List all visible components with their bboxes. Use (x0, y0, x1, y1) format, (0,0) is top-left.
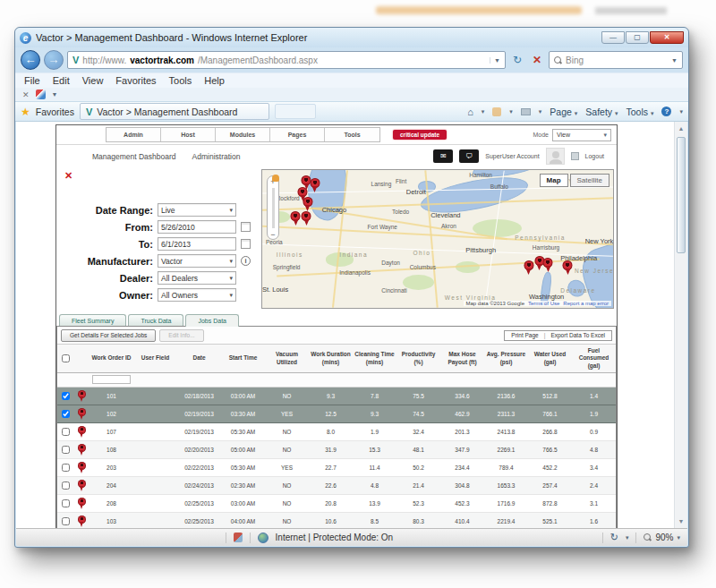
nav-tab-pages[interactable]: Pages (270, 128, 325, 141)
menu-view[interactable]: View (82, 75, 104, 86)
work-order-filter-input[interactable] (92, 375, 130, 384)
addon-toolbar-icon[interactable] (36, 89, 46, 99)
table-row[interactable]: 10302/25/201304:00 AMNO10.68.580.3410.42… (57, 512, 616, 528)
address-field[interactable]: V http://www.vactortrak.com/ManagementDa… (67, 51, 506, 69)
command-safety[interactable]: Safety ▾ (585, 107, 618, 117)
vertical-scrollbar[interactable]: ▲ ▼ (674, 122, 687, 528)
export-excel-link[interactable]: Export Data To Excel (550, 332, 605, 338)
maximize-button[interactable]: ▢ (626, 31, 649, 44)
menu-file[interactable]: File (24, 75, 40, 86)
to-date-input[interactable] (161, 240, 233, 249)
column-header[interactable]: Productivity (%) (396, 345, 440, 373)
table-row[interactable]: 10802/20/201305:00 AMNO31.915.348.1347.9… (57, 440, 616, 458)
close-filter-icon[interactable]: ✕ (64, 170, 72, 182)
nav-tab-admin[interactable]: Admin (107, 128, 161, 141)
row-checkbox[interactable] (62, 517, 70, 525)
menu-edit[interactable]: Edit (53, 75, 70, 86)
column-header[interactable]: Start Time (221, 345, 265, 373)
column-header[interactable]: Cleaning Time(mins) (353, 345, 396, 373)
row-checkbox[interactable] (62, 481, 70, 490)
map-pin[interactable] (291, 211, 301, 226)
scroll-down-icon[interactable]: ▼ (675, 515, 687, 528)
menu-help[interactable]: Help (204, 75, 225, 86)
menu-favorites[interactable]: Favorites (115, 75, 156, 86)
print-page-link[interactable]: Print Page (511, 332, 538, 338)
map-type-satellite-button[interactable]: Satellite (570, 174, 609, 187)
row-checkbox[interactable] (62, 446, 70, 454)
row-checkbox[interactable] (62, 499, 70, 507)
calendar-icon[interactable] (241, 239, 251, 249)
table-row[interactable]: 10702/19/201305:30 AMNO8.01.932.4201.324… (57, 422, 616, 440)
zoom-control[interactable]: 90% ▾ (644, 533, 680, 542)
inprivate-icon[interactable]: ↻ (610, 532, 618, 543)
nav-tab-modules[interactable]: Modules (216, 128, 270, 141)
map-pin[interactable] (302, 211, 311, 226)
scrollbar-thumb[interactable] (677, 137, 686, 253)
map-pin[interactable] (303, 197, 312, 211)
column-header[interactable]: Fuel Consumed(gal) (572, 345, 616, 373)
tab-truck-data[interactable]: Truck Data (128, 314, 183, 326)
app-link-administration[interactable]: Administration (192, 152, 241, 161)
back-button[interactable]: ← (21, 50, 40, 70)
stop-icon[interactable]: ✕ (529, 51, 545, 69)
report-error-link[interactable]: Report a map error (563, 301, 609, 306)
new-tab-button[interactable] (275, 104, 316, 119)
nav-tab-host[interactable]: Host (161, 128, 216, 141)
scroll-up-icon[interactable]: ▲ (675, 122, 687, 135)
refresh-icon[interactable]: ↻ (509, 51, 525, 69)
minimize-button[interactable]: — (601, 31, 625, 44)
mode-select[interactable]: View▾ (552, 129, 611, 141)
row-checkbox[interactable] (62, 392, 70, 400)
address-dropdown-icon[interactable]: ▼ (490, 57, 500, 64)
critical-update-badge[interactable]: critical update (393, 130, 447, 140)
map-type-map-button[interactable]: Map (540, 174, 568, 187)
map-zoom-control[interactable]: + − (267, 175, 279, 240)
account-name[interactable]: SuperUser Account (485, 153, 539, 159)
map-pin[interactable] (543, 258, 553, 272)
get-details-button[interactable]: Get Details For Selected Jobs (61, 329, 156, 342)
table-row[interactable]: 20302/22/201305:30 AMYES22.711.450.2234.… (57, 458, 616, 476)
tab-jobs-data[interactable]: Jobs Data (185, 314, 239, 327)
terms-link[interactable]: Terms of Use (528, 301, 559, 306)
column-header[interactable]: User Field (133, 345, 177, 373)
forward-button[interactable]: → (44, 50, 64, 70)
manufacturer-select[interactable]: Vactor▾ (158, 254, 236, 268)
owner-select[interactable]: All Owners▾ (158, 288, 236, 302)
map-canvas[interactable]: + − Map Satellite Map data ©2013 Google … (261, 169, 614, 309)
favorites-label[interactable]: Favorites (36, 107, 74, 117)
column-header[interactable]: Vacuum Utilized (265, 345, 309, 373)
table-row[interactable]: 20402/24/201302:30 AMNO22.64.821.4304.81… (57, 476, 616, 494)
email-icon[interactable]: ✉ (433, 149, 453, 163)
column-header[interactable]: Water Used(gal) (528, 345, 572, 373)
search-box[interactable]: Bing ▼ (549, 51, 683, 69)
title-bar[interactable]: e Vactor > Management Dashboard - Window… (15, 28, 688, 47)
app-link-management-dashboard[interactable]: Management Dashboard (92, 152, 176, 161)
help-icon[interactable]: ? (661, 107, 671, 116)
column-header[interactable]: Work Order ID (90, 345, 133, 373)
info-icon[interactable]: i (241, 256, 251, 266)
map-pin[interactable] (310, 178, 320, 192)
table-row[interactable]: 10202/19/201303:30 AMYES12.59.374.5462.9… (57, 405, 616, 422)
column-header[interactable]: Date (177, 345, 221, 373)
feeds-icon[interactable] (492, 107, 501, 116)
menu-tools[interactable]: Tools (169, 75, 192, 86)
table-row[interactable]: 20802/25/201303:00 AMNO20.813.952.3452.3… (57, 494, 616, 512)
from-date-input[interactable] (161, 223, 233, 232)
toolbar-close-icon[interactable]: ✕ (22, 90, 30, 99)
row-checkbox[interactable] (62, 428, 70, 436)
column-header[interactable]: Avg. Pressure(psi) (484, 345, 528, 373)
column-header[interactable]: Work Duration(mins) (309, 345, 353, 373)
pegman-icon[interactable] (272, 175, 279, 182)
addon-dropdown-icon[interactable]: ▼ (52, 91, 58, 98)
zoom-slider[interactable] (272, 188, 275, 228)
logout-link[interactable]: Logout (585, 153, 604, 159)
nav-tab-tools[interactable]: Tools (325, 128, 379, 141)
chat-icon[interactable]: 🗩 (459, 149, 479, 163)
table-row[interactable]: 10102/18/201303:00 AMNO9.37.875.5334.621… (57, 387, 616, 405)
dealer-select[interactable]: All Dealers▾ (158, 271, 236, 285)
calendar-icon[interactable] (241, 222, 251, 232)
edit-info-button[interactable]: Edit Info... (159, 329, 203, 342)
browser-tab[interactable]: V Vactor > Management Dashboard (80, 103, 269, 120)
command-tools[interactable]: Tools ▾ (626, 107, 654, 117)
select-all-checkbox[interactable] (62, 354, 70, 362)
